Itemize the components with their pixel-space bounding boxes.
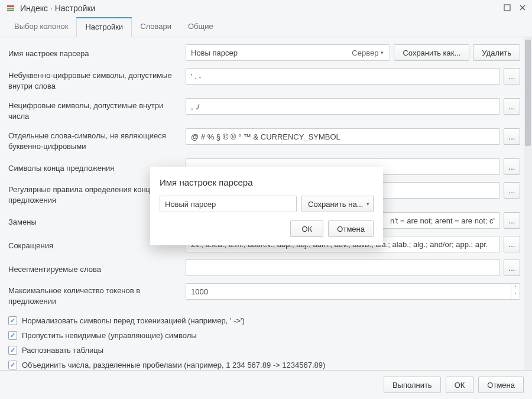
- modal-backdrop: Имя настроек парсера Сохранить на... ▾ О…: [0, 0, 532, 399]
- save-as-modal: Имя настроек парсера Сохранить на... ▾ О…: [150, 167, 383, 245]
- modal-ok-button[interactable]: ОК: [290, 220, 323, 237]
- chevron-down-icon: ▾: [366, 201, 369, 207]
- modal-cancel-button[interactable]: Отмена: [328, 220, 374, 237]
- modal-save-location-select[interactable]: Сохранить на... ▾: [301, 196, 374, 212]
- modal-title: Имя настроек парсера: [160, 177, 374, 187]
- modal-name-input[interactable]: [160, 196, 297, 212]
- modal-save-location-text: Сохранить на...: [308, 200, 366, 209]
